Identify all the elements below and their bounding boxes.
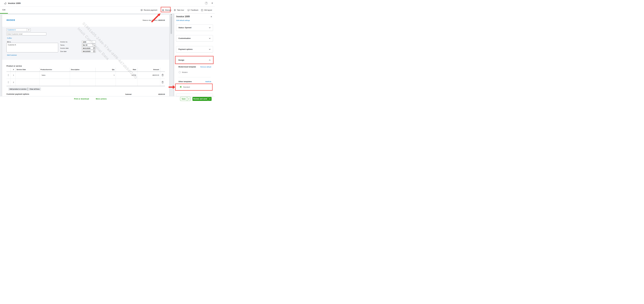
old-layout-icon <box>201 9 203 12</box>
accordion-customisation[interactable]: Customisation <box>176 35 213 42</box>
tab-edit-label: Edit <box>2 9 6 11</box>
column-header-description: Description <box>71 68 80 72</box>
accordion-design-label: Design <box>178 59 184 61</box>
old-layout-label: Old layout <box>204 9 212 11</box>
chevron-down-icon[interactable] <box>27 28 30 31</box>
panel-close-icon[interactable]: ✕ <box>210 16 212 18</box>
accordion-customisation-label: Customisation <box>178 37 191 39</box>
scrollbar-thumb[interactable] <box>170 16 172 34</box>
chevron-down-icon <box>209 49 210 50</box>
rate-cell[interactable]: 100.00 <box>116 74 136 76</box>
standard-radio-label: Standard <box>183 86 190 88</box>
trash-icon[interactable] <box>162 74 164 76</box>
tab-edit[interactable]: Edit <box>0 6 8 14</box>
add-product-label: Add product or service <box>8 88 28 90</box>
scrollbar-up-arrow[interactable] <box>170 14 172 15</box>
feedback-label: Feedback <box>191 9 198 11</box>
column-header-qty: Qty <box>96 68 114 72</box>
row-number: 2 <box>10 82 15 83</box>
save-label: Save <box>180 97 187 101</box>
chevron-down-icon[interactable] <box>92 44 96 46</box>
receive-payment-icon <box>140 9 143 12</box>
column-header-amount: Amount <box>137 68 159 72</box>
accordion-design[interactable]: Design <box>176 57 213 63</box>
history-icon[interactable] <box>4 2 6 5</box>
remove-default-link[interactable]: Remove default <box>198 66 211 68</box>
add-product-button[interactable]: Add product or service <box>8 88 32 90</box>
terms-value: Net 30 <box>82 44 92 46</box>
invoice-date-value: 06/11/2025 <box>82 48 93 49</box>
manage-button[interactable]: Manage <box>162 6 172 14</box>
balance-due-label: Balance due (hidden): <box>143 20 158 21</box>
save-button[interactable]: Save <box>180 97 190 101</box>
add-edit-link[interactable]: Add/Edit <box>202 81 211 82</box>
invoice-form-title: INVOICE <box>6 19 15 21</box>
accordion-status[interactable]: Status: Opened <box>176 24 213 31</box>
invoice-editor-window: Invoice 1009 ? ✕ Edit Receive payment Ma… <box>0 0 215 101</box>
column-header-product: Product/service <box>40 68 52 72</box>
review-and-send-label: Review and send <box>192 97 208 101</box>
qty-cell[interactable]: 1 <box>96 74 114 76</box>
print-or-download-link[interactable]: Print or download <box>74 98 89 100</box>
standard-radio[interactable] <box>180 86 182 88</box>
row-number: 1 <box>10 74 15 76</box>
terms-select[interactable]: Net 30 <box>82 44 96 46</box>
balance-due: Balance due (hidden): A$100.00 <box>143 20 165 21</box>
calendar-icon[interactable] <box>93 50 95 52</box>
chevron-up-icon <box>209 60 210 61</box>
chevron-down-icon[interactable] <box>208 97 212 101</box>
clear-all-lines-button[interactable]: Clear all lines <box>28 88 41 90</box>
tour-signpost-icon <box>174 9 176 12</box>
invoice-no-label: Invoice no. <box>60 41 68 43</box>
terms-label: Terms <box>60 44 64 46</box>
bill-to-textarea[interactable]: Customer A <box>6 43 58 52</box>
edit-customer-link[interactable]: Edit Customer <box>7 54 17 56</box>
product-cell[interactable]: Sales <box>42 74 46 76</box>
other-templates-heading: Other templates <box>178 81 192 82</box>
chevron-down-icon <box>209 38 210 39</box>
chevron-down-icon[interactable] <box>187 97 190 101</box>
customer-select[interactable]: Customer A <box>6 28 31 31</box>
receive-payment-label: Receive payment <box>144 9 157 11</box>
due-date-value: 06/12/2025 <box>82 50 93 52</box>
drag-handle-icon[interactable] <box>8 81 9 83</box>
subtotal-label: Subtotal <box>125 94 132 95</box>
take-tour-button[interactable]: Take tour <box>174 6 184 14</box>
customer-email-input[interactable] <box>6 32 46 36</box>
review-and-send-button[interactable]: Review and send <box>192 97 212 101</box>
feedback-bubble-icon <box>188 9 190 12</box>
payment-options-section-title: Customer payment options <box>6 93 29 95</box>
bill-to-value: Customer A <box>8 44 16 46</box>
help-icon[interactable]: ? <box>205 2 208 4</box>
accordion-status-label: Status: Opened <box>178 27 191 29</box>
invoice-form-card: 01981a05-24de-57ad-d4f6-4d7db5df27f0 Int… <box>2 14 169 96</box>
top-bar: Invoice 1009 ? ✕ <box>0 0 215 6</box>
edit-default-settings-link[interactable]: Edit default settings <box>176 20 190 21</box>
accordion-payment-options[interactable]: Payment options <box>176 46 213 52</box>
column-header-num: # <box>10 68 15 72</box>
modern-radio[interactable] <box>179 71 181 73</box>
receive-payment-button[interactable]: Receive payment <box>140 6 157 14</box>
amount-cell: A$100.00 <box>137 74 159 76</box>
next-accordion-partial[interactable] <box>176 94 213 96</box>
toolbar: Edit Receive payment Manage Take tour Fe… <box>0 6 215 14</box>
close-icon[interactable]: ✕ <box>211 2 213 4</box>
invoice-date-input[interactable]: 06/11/2025 <box>82 47 96 50</box>
due-date-input[interactable]: 06/12/2025 <box>82 50 96 53</box>
subtotal-value: A$100.00 <box>142 94 165 95</box>
modernised-template-heading: Modernised template <box>178 66 196 68</box>
chevron-down-icon <box>209 27 210 28</box>
balance-due-amount: A$100.00 <box>158 20 165 21</box>
invoice-date-label: Invoice date <box>60 47 68 49</box>
drag-handle-icon[interactable] <box>8 74 9 76</box>
trash-icon[interactable] <box>162 81 164 84</box>
due-date-label: Due date <box>60 50 66 52</box>
invoice-no-input[interactable] <box>82 40 96 43</box>
clear-all-lines-label: Clear all lines <box>30 88 40 90</box>
cc-bcc-link[interactable]: Cc/Bcc <box>7 37 12 39</box>
more-actions-link[interactable]: More actions <box>96 98 107 100</box>
old-layout-button[interactable]: Old layout <box>201 6 212 14</box>
calendar-icon[interactable] <box>93 47 95 49</box>
settings-side-panel: Invoice 1009 ✕ Edit default settings Sta… <box>174 14 215 96</box>
feedback-button[interactable]: Feedback <box>188 6 198 14</box>
